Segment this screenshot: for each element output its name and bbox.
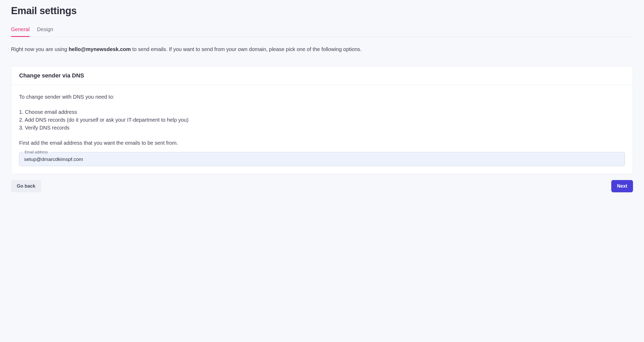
tab-design[interactable]: Design: [37, 26, 53, 37]
next-button[interactable]: Next: [611, 180, 633, 192]
intro-suffix: to send emails. If you want to send from…: [131, 46, 362, 52]
steps-list: 1. Choose email address 2. Add DNS recor…: [19, 108, 625, 132]
step-1: 1. Choose email address: [19, 108, 625, 116]
card-lead: To change sender with DNS you need to:: [19, 93, 625, 101]
card-header: Change sender via DNS: [11, 66, 633, 85]
go-back-button[interactable]: Go back: [11, 180, 41, 192]
card-body: To change sender with DNS you need to: 1…: [11, 85, 633, 174]
email-input[interactable]: [19, 152, 625, 166]
page-title: Email settings: [11, 5, 633, 16]
tab-general[interactable]: General: [11, 26, 30, 37]
email-input-wrapper: Email address: [19, 152, 625, 166]
dns-card: Change sender via DNS To change sender w…: [11, 66, 633, 174]
footer: Go back Next: [11, 180, 633, 192]
step-3: 3. Verify DNS records: [19, 124, 625, 132]
card-title: Change sender via DNS: [19, 72, 625, 79]
intro-text: Right now you are using hello@mynewsdesk…: [11, 45, 633, 53]
tabs: General Design: [11, 26, 633, 37]
card-instruction: First add the email address that you wan…: [19, 139, 625, 147]
intro-prefix: Right now you are using: [11, 46, 69, 52]
intro-email: hello@mynewsdesk.com: [69, 46, 131, 52]
email-input-label: Email address: [23, 150, 49, 154]
step-2: 2. Add DNS records (do it yourself or as…: [19, 116, 625, 124]
